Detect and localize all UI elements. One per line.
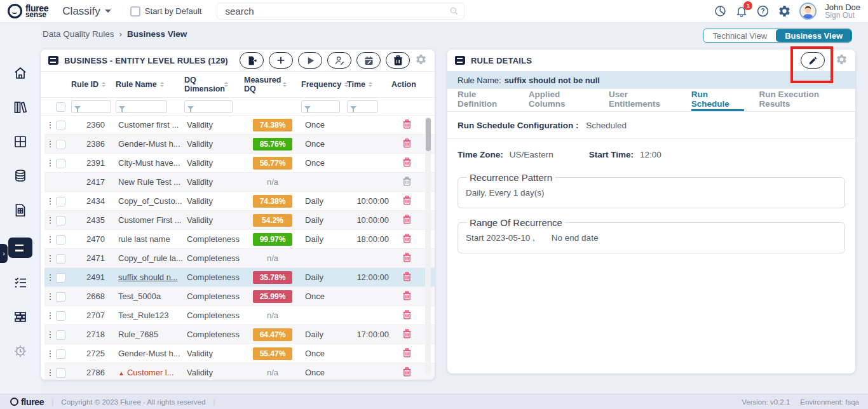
settings-gear-icon[interactable] [778,4,791,18]
delete-row-icon[interactable] [403,196,411,205]
table-row[interactable]: ⋮2718Rule_7685Completeness64.47%Daily17:… [44,325,435,344]
delete-row-icon[interactable] [403,234,411,243]
row-menu-icon[interactable]: ⋮ [44,311,56,320]
sign-out-link[interactable]: Sign Out [825,11,860,19]
rule-name-link[interactable]: Customer First ... [116,215,184,225]
export-button[interactable] [240,52,264,69]
delete-row-icon[interactable] [403,158,411,167]
fluree-sense-logo[interactable]: fluree sense [8,4,48,18]
sidebar-item-database[interactable] [9,169,32,185]
delete-row-icon[interactable] [403,329,411,339]
table-row[interactable]: ⋮2386Gender-Must h...Validity85.76%Once [44,135,435,154]
schedule-button[interactable] [356,52,381,69]
rule-name-link[interactable]: Gender-Must h... [116,349,184,358]
rule-name-link[interactable]: Rule_7685 [116,330,184,339]
run-button[interactable] [298,52,322,69]
table-row[interactable]: ⋮2470rule last nameCompleteness99.97%Dai… [44,230,435,249]
row-checkbox[interactable] [56,254,65,264]
table-row[interactable]: ⋮2707Test_Rule123Completenessn/a [44,306,435,325]
column-header-rule-name[interactable]: Rule Name [116,80,184,89]
delete-row-icon[interactable] [403,291,411,300]
row-checkbox[interactable] [56,140,65,149]
row-checkbox[interactable] [56,311,65,321]
tab-run-execution-results[interactable]: Run Execution Results [759,89,845,111]
row-checkbox[interactable] [56,159,65,168]
row-checkbox[interactable] [56,349,65,359]
table-row[interactable]: ⋮2471Copy_of_rule la...Completenessn/a [44,249,435,268]
delete-row-icon[interactable] [403,177,411,186]
row-checkbox[interactable] [56,121,65,130]
row-menu-icon[interactable]: ⋮ [44,368,56,377]
delete-row-icon[interactable] [403,367,411,377]
column-header-dq-dimension[interactable]: DQ Dimension [184,76,244,93]
table-row[interactable]: ⋮2786▲Customer l...Validityn/aOnce [44,363,435,380]
notifications-icon[interactable]: 1 [735,4,748,18]
column-header-rule-id[interactable]: Rule ID [71,80,116,89]
sidebar-item-grid[interactable] [9,135,32,151]
tab-run-schedule[interactable]: Run Schedule [691,89,744,111]
row-menu-icon[interactable]: ⋮ [44,272,56,282]
table-row[interactable]: ⋮2668Test_5000aCompleteness25.99%Once [44,287,435,306]
business-view-button[interactable]: Business View [776,29,851,42]
sidebar-item-business-rules[interactable] [8,238,32,258]
table-row[interactable]: ⋮2391City-Must have...Validity56.77%Once [44,154,435,173]
row-menu-icon[interactable]: ⋮ [44,196,56,206]
column-header-time[interactable]: Time [347,80,391,89]
rules-settings-gear-icon[interactable] [415,53,427,68]
rule-name-link[interactable]: Test_Rule123 [116,311,184,320]
classify-menu[interactable]: Classify [62,5,111,18]
delete-row-icon[interactable] [403,310,411,319]
delete-row-icon[interactable] [403,348,411,358]
row-menu-icon[interactable]: ⋮ [44,215,56,225]
row-menu-icon[interactable]: ⋮ [44,330,56,339]
user-avatar[interactable] [799,3,817,20]
tab-rule-definition[interactable]: Rule Definition [458,89,513,111]
row-menu-icon[interactable]: ⋮ [44,253,56,263]
row-checkbox[interactable] [56,368,65,378]
select-all-checkbox[interactable] [56,102,65,112]
sidebar-expand-tab[interactable]: › [0,244,8,263]
table-scrollbar[interactable] [425,117,431,375]
search-input[interactable] [217,3,465,20]
breadcrumb-parent[interactable]: Data Quality Rules [43,29,114,39]
rule-name-link[interactable]: ▲Customer l... [116,368,184,377]
rule-name-link[interactable]: rule last name [116,234,184,244]
sidebar-item-report[interactable] [9,203,32,220]
table-row[interactable]: 2417New Rule Test ...Validityn/a [44,173,435,192]
rule-name-link[interactable]: New Rule Test ... [116,177,184,187]
row-menu-icon[interactable]: ⋮ [44,139,56,149]
tab-applied-columns[interactable]: Applied Columns [529,89,593,111]
rule-name-link[interactable]: Customer first ... [116,120,184,130]
row-menu-icon[interactable]: ⋮ [44,349,56,358]
sidebar-item-scheduler-settings[interactable] [9,344,32,361]
technical-view-button[interactable]: Technical View [703,29,776,42]
row-checkbox[interactable] [56,292,65,302]
details-settings-gear-icon[interactable] [836,53,848,68]
table-row[interactable]: ⋮2725Gender-Must h...Validity55.47%Once [44,344,435,363]
rule-name-link[interactable]: City-Must have... [116,158,184,168]
delete-row-icon[interactable] [403,272,411,281]
help-icon[interactable]: ? [756,4,770,18]
sidebar-item-library[interactable] [9,100,32,117]
row-menu-icon[interactable]: ⋮ [44,234,56,244]
start-by-default-checkbox[interactable] [130,6,140,17]
scrollbar-thumb[interactable] [426,118,431,151]
analytics-icon[interactable] [714,4,727,18]
sidebar-item-checklist[interactable] [9,276,32,292]
row-checkbox[interactable] [56,235,65,245]
table-row[interactable]: ⋮2434Copy_of_Custo...Validity74.38%Daily… [44,192,435,211]
delete-row-icon[interactable] [403,119,411,129]
sidebar-item-home[interactable] [9,66,32,83]
delete-row-icon[interactable] [403,138,411,148]
row-checkbox[interactable] [56,197,65,206]
delete-row-icon[interactable] [403,253,411,262]
add-rule-button[interactable] [269,52,293,69]
table-row[interactable]: ⋮2491suffix should n...Completeness35.78… [44,268,435,287]
delete-row-icon[interactable] [403,215,411,224]
row-checkbox[interactable] [56,273,65,283]
tab-user-entitlements[interactable]: User Entitlements [609,89,676,111]
sidebar-item-stack[interactable] [9,310,32,326]
delete-button[interactable] [386,52,410,69]
column-header-measured-dq[interactable]: Measured DQ [244,76,301,93]
row-checkbox[interactable] [56,330,65,340]
